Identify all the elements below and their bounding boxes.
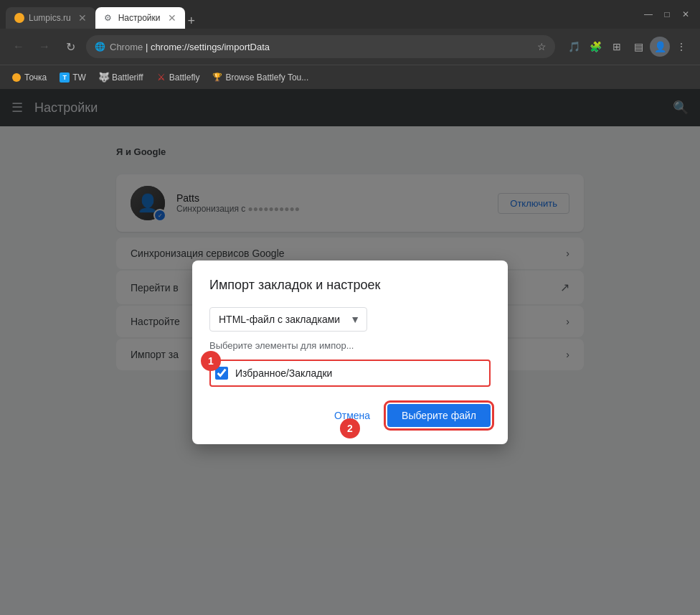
reload-button[interactable]: ↻	[60, 37, 80, 57]
minimize-button[interactable]: —	[640, 6, 657, 23]
browser-frame: Lumpics.ru ✕ ⚙ Настройки ✕ + — □ ✕ ← → ↻…	[0, 0, 700, 615]
bookmark-battleriff[interactable]: 🐺 Battleriff	[93, 69, 149, 86]
maximize-button[interactable]: □	[658, 6, 676, 23]
tab-settings-close[interactable]: ✕	[168, 12, 176, 24]
step-badge-2: 2	[340, 418, 360, 438]
bookmark-tw-label: TW	[72, 72, 86, 83]
bookmark-browse[interactable]: 🏆 Browse Battlefy Tou...	[207, 69, 314, 86]
dialog-subtitle: Выберите элементы для импор...	[209, 340, 491, 351]
dialog-actions: Отмена Выберите файл 2	[209, 404, 491, 427]
address-bar: ← → ↻ 🌐 Chrome | chrome://settings/impor…	[0, 29, 700, 65]
checkbox-label: Избранное/Закладки	[235, 367, 332, 379]
address-separator: |	[146, 42, 151, 52]
checkbox-row: 1 Избранное/Закладки	[209, 360, 491, 387]
address-input[interactable]: 🌐 Chrome | chrome://settings/importData …	[86, 35, 555, 58]
chrome-label: Chrome	[110, 42, 143, 52]
profile-button[interactable]: 👤	[650, 37, 670, 57]
address-favicon-icon: 🌐	[95, 42, 105, 52]
sidebar-icon[interactable]: ▤	[628, 37, 648, 57]
modal-overlay: Импорт закладок и настроек HTML-файл с з…	[0, 89, 700, 615]
import-source-select[interactable]: HTML-файл с закладками Из другого браузе…	[209, 307, 367, 332]
battlefly-favicon-icon: ⚔	[156, 72, 166, 83]
menu-button[interactable]: ⋮	[671, 37, 691, 57]
tab-lumpics[interactable]: Lumpics.ru ✕	[6, 7, 95, 29]
tab-bar: Lumpics.ru ✕ ⚙ Настройки ✕ +	[0, 7, 634, 29]
tab-lumpics-close[interactable]: ✕	[78, 12, 87, 24]
tab-manager-icon[interactable]: ⊞	[607, 37, 627, 57]
new-tab-button[interactable]: +	[188, 14, 196, 29]
bookmarks-bar: Точка T TW 🐺 Battleriff ⚔ Battlefly 🏆 Br…	[0, 65, 700, 89]
bookmark-star-icon[interactable]: ☆	[537, 41, 547, 52]
browse-favicon-icon: 🏆	[212, 72, 222, 83]
tab-lumpics-label: Lumpics.ru	[29, 13, 71, 23]
bookmark-battlefly-label: Battlefly	[169, 72, 200, 83]
tochka-favicon-icon	[11, 72, 22, 83]
bookmark-tochka[interactable]: Точка	[6, 69, 52, 86]
bookmark-tochka-label: Точка	[24, 72, 47, 83]
tw-favicon-icon: T	[60, 72, 70, 83]
title-bar: Lumpics.ru ✕ ⚙ Настройки ✕ + — □ ✕	[0, 0, 700, 29]
music-extension-icon[interactable]: 🎵	[564, 37, 584, 57]
settings-favicon-icon: ⚙	[104, 13, 114, 23]
lumpics-favicon	[14, 13, 24, 23]
step-badge-1: 1	[201, 351, 221, 371]
browser-action-icons: 🎵 🧩 ⊞ ▤ 👤 ⋮	[564, 37, 691, 57]
dialog-title: Импорт закладок и настроек	[209, 278, 491, 293]
bookmark-battleriff-label: Battleriff	[112, 72, 143, 83]
window-controls: — □ ✕	[634, 0, 700, 29]
address-icons: ☆	[537, 41, 547, 52]
battleriff-favicon-icon: 🐺	[99, 72, 109, 83]
back-button[interactable]: ←	[9, 37, 29, 57]
close-button[interactable]: ✕	[677, 6, 694, 23]
tab-settings[interactable]: ⚙ Настройки ✕	[95, 7, 185, 29]
forward-button[interactable]: →	[34, 37, 55, 57]
dialog-select-wrap: HTML-файл с закладками Из другого браузе…	[209, 307, 367, 332]
tab-settings-label: Настройки	[118, 13, 161, 23]
bookmark-battlefly[interactable]: ⚔ Battlefly	[151, 69, 206, 86]
choose-file-button[interactable]: Выберите файл	[387, 404, 491, 427]
bookmark-tw[interactable]: T TW	[54, 69, 92, 86]
address-path: chrome://settings/importData	[151, 42, 270, 52]
import-dialog: Импорт закладок и настроек HTML-файл с з…	[192, 260, 508, 444]
bookmark-browse-label: Browse Battlefy Tou...	[225, 72, 308, 83]
settings-page: ☰ Настройки 🔍 Я и Google 👤 ✓	[0, 89, 700, 615]
address-text: Chrome | chrome://settings/importData	[110, 42, 533, 52]
extensions-icon[interactable]: 🧩	[585, 37, 605, 57]
